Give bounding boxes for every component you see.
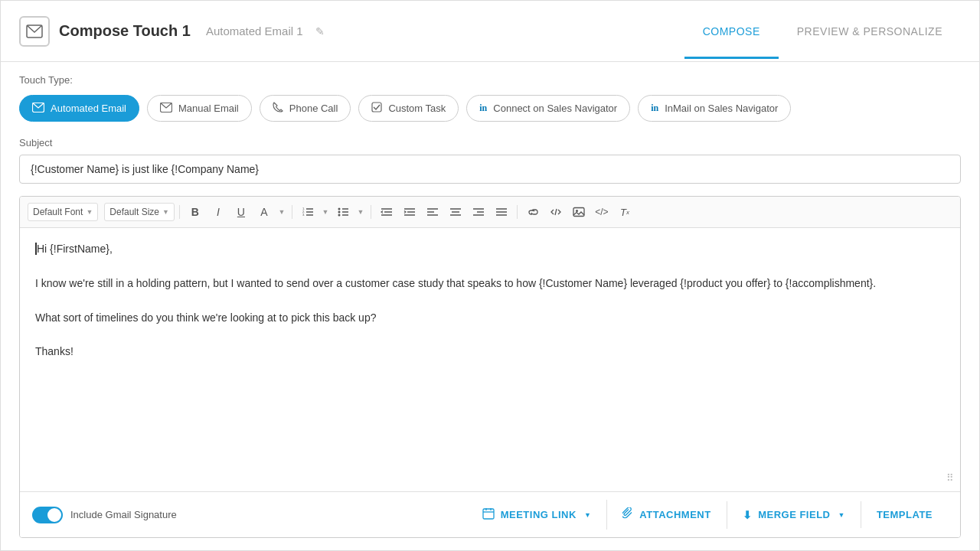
meeting-link-button[interactable]: MEETING LINK ▼ — [467, 500, 607, 530]
toolbar-italic[interactable]: I — [207, 201, 229, 223]
connect-sales-nav-icon: in — [479, 103, 487, 114]
touch-type-label: Touch Type: — [19, 74, 961, 86]
toolbar-align-center[interactable] — [445, 201, 466, 223]
toolbar-special[interactable] — [545, 201, 567, 223]
toolbar-align-right[interactable] — [468, 201, 489, 223]
toolbar-underline[interactable]: U — [230, 201, 252, 223]
inmail-sales-nav-icon: in — [651, 103, 658, 114]
touch-btn-phone-call[interactable]: Phone Call — [260, 95, 351, 122]
font-size-select[interactable]: Default Size ▼ — [104, 203, 175, 221]
toolbar-ordered-list-arrow[interactable]: ▼ — [320, 201, 331, 223]
svg-text:3.: 3. — [302, 213, 305, 217]
toolbar-outdent[interactable] — [376, 201, 397, 223]
tab-compose[interactable]: COMPOSE — [684, 4, 779, 59]
attachment-button[interactable]: ATTACHMENT — [606, 500, 726, 530]
touch-type-buttons: Automated Email Manual Email Phone Call … — [19, 95, 961, 122]
toolbar-justify[interactable] — [491, 201, 512, 223]
toolbar-sep-3 — [371, 205, 371, 219]
toolbar-clear-format[interactable]: Tx — [614, 201, 635, 223]
font-size-label: Default Size — [109, 207, 159, 217]
merge-field-icon: ⬇ — [743, 509, 753, 521]
svg-point-10 — [338, 208, 340, 210]
svg-line-34 — [555, 209, 557, 215]
phone-call-label: Phone Call — [289, 103, 338, 114]
edit-title-icon[interactable]: ✎ — [315, 25, 325, 37]
editor-line-4 — [35, 292, 945, 308]
toolbar-unordered-list[interactable] — [332, 201, 354, 223]
connect-sales-nav-label: Connect on Sales Navigator — [493, 103, 617, 114]
header-tabs: COMPOSE PREVIEW & PERSONALIZE — [684, 4, 961, 59]
toolbar-sep-2 — [292, 205, 292, 219]
meeting-link-arrow: ▼ — [584, 511, 591, 519]
editor-line-7: Thanks! — [35, 343, 945, 360]
custom-task-icon — [371, 102, 382, 115]
subject-label: Subject — [19, 137, 961, 148]
gmail-signature-toggle[interactable] — [32, 507, 63, 523]
toolbar-image[interactable] — [568, 201, 590, 223]
automated-email-label: Automated Email — [51, 103, 126, 114]
page-title: Compose Touch 1 — [59, 22, 191, 40]
editor-line-2 — [35, 257, 945, 274]
toolbar-code[interactable]: </> — [591, 201, 612, 223]
editor-line-3: I know we're still in a holding pattern,… — [35, 275, 945, 292]
toolbar-font-color[interactable]: A — [253, 201, 275, 223]
meeting-link-icon — [482, 507, 495, 522]
editor-body[interactable]: Hi {!FirstName}, I know we're still in a… — [20, 228, 960, 491]
manual-email-label: Manual Email — [178, 103, 239, 114]
svg-rect-35 — [573, 208, 584, 217]
subject-input[interactable] — [19, 155, 961, 184]
merge-field-arrow: ▼ — [838, 511, 844, 519]
svg-point-36 — [576, 210, 578, 212]
cursor — [35, 243, 37, 255]
phone-call-icon — [273, 102, 283, 115]
editor-toolbar: Default Font ▼ Default Size ▼ B I U A ▼ … — [20, 197, 960, 228]
touch-btn-automated-email[interactable]: Automated Email — [19, 95, 139, 122]
font-family-arrow: ▼ — [86, 208, 93, 216]
touch-btn-manual-email[interactable]: Manual Email — [147, 95, 252, 122]
font-size-arrow: ▼ — [162, 208, 169, 216]
gmail-signature-label: Include Gmail Signature — [70, 509, 177, 520]
merge-field-label: MERGE FIELD — [758, 509, 830, 520]
meeting-link-label: MEETING LINK — [501, 509, 577, 520]
page-subtitle: Automated Email 1 — [206, 24, 303, 37]
tab-preview-personalize[interactable]: PREVIEW & PERSONALIZE — [779, 4, 961, 59]
editor-line-5: What sort of timelines do you think we'r… — [35, 309, 945, 326]
template-button[interactable]: TEMPLATE — [861, 501, 948, 528]
font-family-select[interactable]: Default Font ▼ — [28, 203, 98, 221]
svg-point-12 — [338, 211, 340, 214]
manual-email-icon — [160, 102, 172, 115]
custom-task-label: Custom Task — [388, 103, 446, 114]
touch-btn-connect-sales-nav[interactable]: in Connect on Sales Navigator — [466, 95, 630, 122]
automated-email-icon — [32, 102, 44, 115]
svg-rect-3 — [372, 103, 381, 112]
svg-rect-37 — [483, 509, 494, 519]
toolbar-align-left[interactable] — [422, 201, 443, 223]
toolbar-bold[interactable]: B — [185, 201, 206, 223]
attachment-label: ATTACHMENT — [639, 509, 710, 520]
toolbar-sep-4 — [517, 205, 518, 219]
toolbar-sep-1 — [179, 205, 180, 219]
resize-handle: ⠿ — [946, 471, 954, 487]
toggle-circle — [47, 508, 61, 522]
toolbar-unordered-list-arrow[interactable]: ▼ — [355, 201, 366, 223]
touch-btn-inmail-sales-nav[interactable]: in InMail on Sales Navigator — [638, 95, 791, 122]
email-editor: Default Font ▼ Default Size ▼ B I U A ▼ … — [19, 196, 961, 538]
compose-touch-icon — [19, 16, 50, 47]
touch-btn-custom-task[interactable]: Custom Task — [358, 95, 459, 122]
svg-point-14 — [338, 214, 340, 217]
attachment-icon — [622, 507, 633, 522]
toolbar-ordered-list[interactable]: 1.2.3. — [297, 201, 318, 223]
bottom-action-buttons: MEETING LINK ▼ ATTACHMENT ⬇ MERGE FIELD … — [467, 500, 948, 530]
toolbar-link[interactable] — [522, 201, 544, 223]
editor-line-6 — [35, 326, 945, 343]
editor-line-1: Hi {!FirstName}, — [35, 240, 945, 257]
toolbar-indent[interactable] — [399, 201, 420, 223]
font-family-label: Default Font — [33, 207, 83, 217]
bottom-bar: Include Gmail Signature MEETING LINK ▼ — [20, 491, 960, 537]
merge-field-button[interactable]: ⬇ MERGE FIELD ▼ — [727, 501, 861, 529]
inmail-sales-nav-label: InMail on Sales Navigator — [665, 103, 778, 114]
gmail-signature-toggle-area: Include Gmail Signature — [32, 507, 177, 523]
toolbar-font-color-arrow[interactable]: ▼ — [276, 201, 287, 223]
template-label: TEMPLATE — [877, 509, 933, 520]
